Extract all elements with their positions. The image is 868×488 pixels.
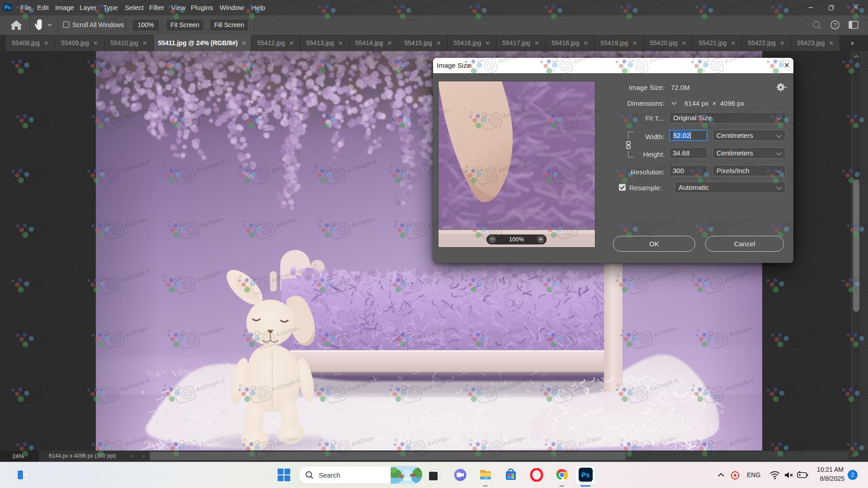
svg-text:?: ?: [834, 22, 837, 28]
